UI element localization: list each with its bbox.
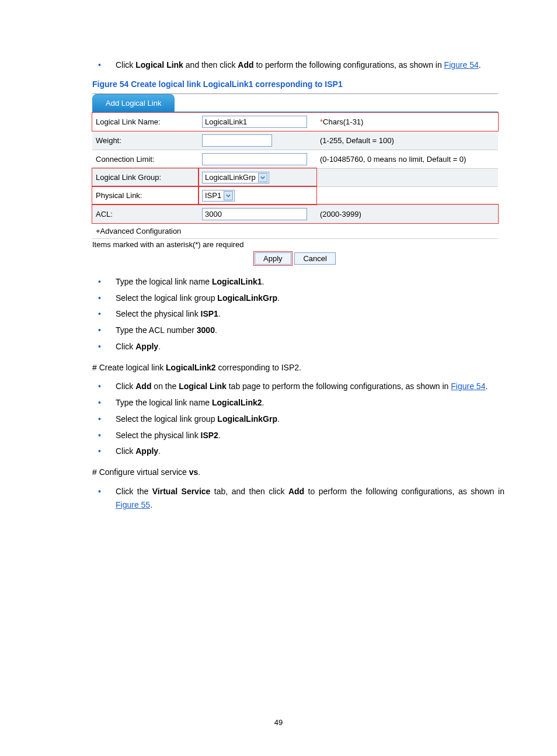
text: . bbox=[218, 431, 221, 440]
text: Click bbox=[116, 382, 135, 391]
input-weight[interactable] bbox=[202, 134, 272, 147]
bold: LogicalLink2 bbox=[166, 363, 216, 372]
bold: 3000 bbox=[197, 325, 215, 335]
bold: Apply bbox=[135, 446, 158, 456]
text: Type the logical link name bbox=[116, 398, 212, 407]
text: . bbox=[277, 293, 280, 303]
row-logical-link-group: Logical Link Group: LogicalLinkGrp bbox=[92, 168, 498, 186]
input-logical-link-name[interactable] bbox=[202, 116, 307, 128]
row-advanced: +Advanced Configuration bbox=[92, 223, 498, 238]
bold: ISP2 bbox=[201, 431, 218, 440]
bold: LogicalLinkGrp bbox=[217, 414, 277, 424]
step: Select the logical link group LogicalLin… bbox=[92, 412, 504, 426]
input-acl[interactable] bbox=[202, 208, 307, 220]
step: Select the logical link group LogicalLin… bbox=[92, 292, 504, 306]
label-conn: Connection Limit: bbox=[92, 150, 199, 168]
figure-54-link[interactable]: Figure 54 bbox=[444, 60, 479, 70]
text: Type the ACL number bbox=[116, 325, 197, 335]
bold: Logical Link bbox=[179, 382, 227, 391]
select-value: LogicalLinkGrp bbox=[205, 173, 256, 182]
text: . bbox=[485, 382, 488, 391]
row-weight: Weight: (1-255, Default = 100) bbox=[92, 131, 498, 150]
bold: vs bbox=[189, 467, 199, 477]
intro-bullet: Click Logical Link and then click Add to… bbox=[92, 58, 504, 72]
text: corresponding to ISP2. bbox=[216, 363, 301, 372]
hash-configure-vs: # Configure virtual service vs. bbox=[92, 466, 504, 478]
step: Type the logical link name LogicalLink2. bbox=[92, 396, 504, 410]
step: Type the logical link name LogicalLink1. bbox=[92, 275, 504, 289]
row-physical-link: Physical Link: ISP1 bbox=[92, 186, 498, 204]
caption-name: LogicalLink1 bbox=[203, 79, 253, 89]
hint-name: *Chars(1-31) bbox=[316, 113, 498, 131]
cancel-button[interactable]: Cancel bbox=[294, 252, 335, 265]
row-connection-limit: Connection Limit: (0-10485760, 0 means n… bbox=[92, 150, 498, 168]
text: # Configure virtual service bbox=[92, 467, 189, 477]
text: Click bbox=[116, 60, 135, 70]
step: Select the physical link ISP2. bbox=[92, 429, 504, 443]
bold: Add bbox=[288, 487, 304, 496]
text: to perform the following configurations,… bbox=[304, 487, 504, 496]
bold: LogicalLink2 bbox=[212, 398, 262, 407]
hint-conn: (0-10485760, 0 means no limit, Default =… bbox=[316, 150, 498, 168]
label-group: Logical Link Group: bbox=[92, 168, 199, 186]
text: Select the physical link bbox=[116, 309, 201, 318]
add-logical-link-form: Add Logical Link Logical Link Name: *Cha… bbox=[92, 93, 498, 265]
bold: Virtual Service bbox=[152, 487, 211, 496]
input-connection-limit[interactable] bbox=[202, 153, 307, 165]
text: Select the logical link group bbox=[116, 293, 217, 303]
tab-add-logical-link[interactable]: Add Logical Link bbox=[92, 94, 175, 112]
text: . bbox=[198, 467, 200, 477]
text: on the bbox=[151, 382, 179, 391]
text: Click the bbox=[116, 487, 152, 496]
select-logical-link-group[interactable]: LogicalLinkGrp bbox=[202, 172, 269, 183]
caption-suffix: corresponding to ISP1 bbox=[253, 79, 342, 89]
text: to perform the following configurations,… bbox=[254, 60, 444, 70]
step: Type the ACL number 3000. bbox=[92, 324, 504, 338]
chevron-down-icon bbox=[258, 173, 267, 182]
text: . bbox=[215, 325, 217, 335]
select-value: ISP1 bbox=[205, 191, 221, 200]
text: . bbox=[277, 414, 280, 424]
label-weight: Weight: bbox=[92, 131, 199, 150]
label-name: Logical Link Name: bbox=[92, 113, 199, 131]
steps-list-2: Click Add on the Logical Link tab page t… bbox=[92, 380, 504, 459]
text: tab, and then click bbox=[210, 487, 288, 496]
figure-55-link[interactable]: Figure 55 bbox=[116, 500, 150, 509]
text: . bbox=[479, 60, 481, 70]
bold: Add bbox=[135, 382, 151, 391]
bold: Apply bbox=[135, 342, 158, 351]
text: . bbox=[262, 398, 264, 407]
bold: LogicalLinkGrp bbox=[217, 293, 277, 303]
text: Select the logical link group bbox=[116, 414, 217, 424]
select-physical-link[interactable]: ISP1 bbox=[202, 190, 235, 202]
text: . bbox=[218, 309, 221, 318]
row-logical-link-name: Logical Link Name: *Chars(1-31) bbox=[92, 113, 498, 131]
bold: ISP1 bbox=[201, 309, 218, 318]
bold-logical-link: Logical Link bbox=[135, 60, 183, 70]
caption-prefix: Figure 54 Create logical link bbox=[92, 79, 203, 89]
figure-caption: Figure 54 Create logical link LogicalLin… bbox=[92, 79, 504, 89]
text: . bbox=[158, 342, 161, 351]
advanced-toggle[interactable]: +Advanced Configuration bbox=[92, 223, 498, 238]
step: Click the Virtual Service tab, and then … bbox=[92, 485, 504, 513]
label-phy: Physical Link: bbox=[92, 186, 199, 204]
text: . bbox=[158, 446, 161, 456]
page-number: 49 bbox=[0, 718, 557, 727]
text: . bbox=[262, 277, 264, 286]
text: tab page to perform the following config… bbox=[227, 382, 451, 391]
figure-54-link[interactable]: Figure 54 bbox=[451, 382, 485, 391]
text: Click bbox=[116, 446, 135, 456]
label-acl: ACL: bbox=[92, 204, 199, 223]
step: Click Apply. bbox=[92, 340, 504, 354]
apply-button[interactable]: Apply bbox=[255, 252, 291, 265]
hash-create-link2: # Create logical link LogicalLink2 corre… bbox=[92, 361, 504, 374]
button-row: Apply Cancel bbox=[92, 252, 498, 265]
step: Select the physical link ISP1. bbox=[92, 307, 504, 321]
chevron-down-icon bbox=[224, 191, 233, 200]
required-note: Items marked with an asterisk(*) are req… bbox=[92, 240, 498, 249]
intro-bullet-list: Click Logical Link and then click Add to… bbox=[92, 58, 504, 72]
hint-weight: (1-255, Default = 100) bbox=[316, 131, 498, 150]
text: Select the physical link bbox=[116, 431, 201, 440]
steps-list-3: Click the Virtual Service tab, and then … bbox=[92, 485, 504, 513]
bold: LogicalLink1 bbox=[212, 277, 262, 286]
